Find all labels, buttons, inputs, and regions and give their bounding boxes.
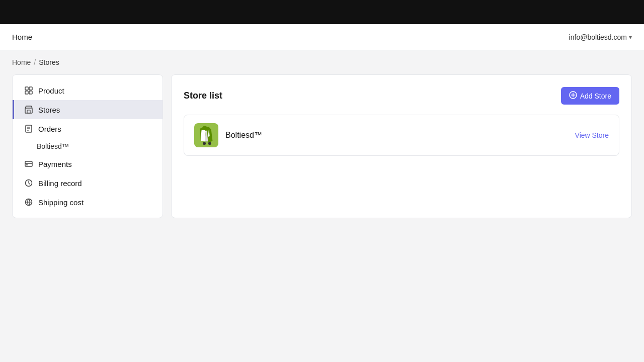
- svg-rect-12: [26, 164, 28, 165]
- store-icon: [24, 105, 33, 114]
- svg-point-20: [203, 142, 206, 145]
- svg-rect-2: [25, 91, 28, 94]
- billing-icon: [24, 178, 33, 188]
- nav-home-link[interactable]: Home: [12, 33, 32, 41]
- breadcrumb-current: Stores: [39, 58, 59, 66]
- top-bar: [0, 0, 644, 24]
- content-area: Product Stores: [12, 74, 632, 218]
- breadcrumb-separator: /: [34, 58, 36, 66]
- add-store-icon: [569, 91, 577, 101]
- svg-rect-10: [25, 161, 32, 166]
- sidebar-label-boltiesd: Boltiesd™: [37, 142, 69, 150]
- svg-rect-0: [25, 87, 28, 90]
- sidebar-item-shipping[interactable]: Shipping cost: [13, 193, 163, 212]
- sidebar-item-product[interactable]: Product: [13, 81, 163, 100]
- tag-icon: [24, 86, 33, 95]
- sidebar-label-product: Product: [38, 86, 64, 95]
- sidebar-label-payments: Payments: [38, 160, 72, 168]
- sidebar-item-boltiesd[interactable]: Boltiesd™: [13, 138, 163, 154]
- store-card: Boltiesd™ View Store: [184, 115, 619, 156]
- svg-rect-4: [25, 108, 32, 113]
- sidebar-item-payments[interactable]: Payments: [13, 154, 163, 173]
- store-list-header: Store list Add Store: [184, 87, 619, 105]
- store-card-left: Boltiesd™: [194, 123, 262, 147]
- store-logo-icon: [194, 123, 218, 147]
- breadcrumb: Home / Stores: [12, 58, 632, 66]
- add-store-button[interactable]: Add Store: [561, 87, 619, 105]
- sidebar-label-billing: Billing record: [38, 179, 82, 188]
- main-content: Store list Add Store: [171, 74, 632, 218]
- nav-bar: Home info@boltiesd.com ▾: [0, 24, 644, 50]
- sidebar-item-billing[interactable]: Billing record: [13, 173, 163, 193]
- sidebar-label-orders: Orders: [38, 125, 61, 133]
- store-list-title: Store list: [184, 90, 222, 101]
- svg-rect-5: [27, 110, 30, 113]
- orders-icon: [24, 124, 33, 133]
- sidebar-item-stores[interactable]: Stores: [13, 100, 163, 119]
- sidebar-label-stores: Stores: [38, 106, 60, 114]
- shipping-icon: [24, 198, 33, 207]
- chevron-down-icon: ▾: [629, 34, 632, 41]
- user-email: info@boltiesd.com: [569, 33, 627, 41]
- store-name: Boltiesd™: [225, 131, 262, 140]
- payments-icon: [24, 159, 33, 168]
- sidebar: Product Stores: [12, 74, 163, 218]
- svg-rect-1: [29, 87, 32, 90]
- sidebar-item-orders[interactable]: Orders: [13, 119, 163, 138]
- view-store-link[interactable]: View Store: [575, 131, 609, 139]
- add-store-label: Add Store: [580, 92, 611, 100]
- svg-rect-3: [29, 91, 32, 94]
- svg-point-21: [208, 142, 211, 145]
- breadcrumb-home[interactable]: Home: [12, 58, 31, 66]
- sidebar-label-shipping: Shipping cost: [38, 198, 84, 207]
- nav-user[interactable]: info@boltiesd.com ▾: [569, 33, 632, 41]
- page-wrapper: Home / Stores Product: [0, 50, 644, 362]
